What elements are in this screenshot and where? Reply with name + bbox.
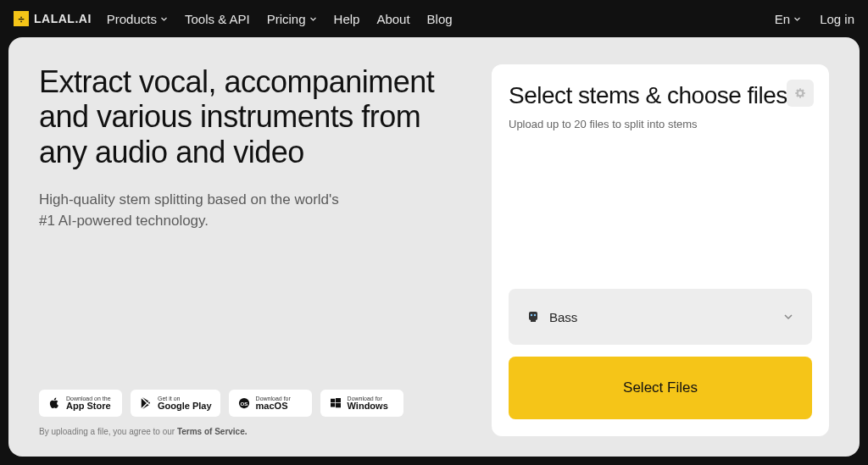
nav-blog-label: Blog xyxy=(427,12,453,26)
nav-about-label: About xyxy=(376,12,409,26)
chevron-down-icon xyxy=(160,15,168,23)
login-label: Log in xyxy=(820,12,854,26)
panel-controls: Bass Select Files xyxy=(509,289,812,419)
macos-icon: OS xyxy=(237,396,251,410)
macos-button[interactable]: OS Download for macOS xyxy=(229,390,312,417)
svg-text:OS: OS xyxy=(240,401,248,407)
svg-point-9 xyxy=(534,314,536,316)
login-link[interactable]: Log in xyxy=(820,12,854,26)
chevron-down-icon xyxy=(782,310,795,324)
nav-products-label: Products xyxy=(107,12,157,26)
hero-title: Extract vocal, accompaniment and various… xyxy=(39,64,466,169)
upload-panel: Select stems & choose files Upload up to… xyxy=(492,64,829,436)
nav-about[interactable]: About xyxy=(376,12,409,26)
select-files-label: Select Files xyxy=(623,379,698,396)
nav-tools[interactable]: Tools & API xyxy=(185,12,250,26)
googleplay-bottom: Google Play xyxy=(158,401,212,411)
main-nav: Products Tools & API Pricing Help About … xyxy=(107,12,453,26)
store-buttons: Download on the App Store Get it on Goog… xyxy=(39,390,466,417)
bass-icon xyxy=(526,309,541,324)
terms-link[interactable]: Terms of Service. xyxy=(177,427,248,436)
svg-rect-5 xyxy=(336,403,341,407)
nav-help-label: Help xyxy=(334,12,360,26)
chevron-down-icon xyxy=(793,15,801,23)
panel-subtitle: Upload up to 20 files to split into stem… xyxy=(509,118,812,130)
topbar-right: En Log in xyxy=(775,12,854,26)
windows-icon xyxy=(329,396,342,410)
topbar: ÷ LALAL.AI Products Tools & API Pricing … xyxy=(0,0,868,37)
brand[interactable]: ÷ LALAL.AI xyxy=(14,11,92,26)
svg-rect-2 xyxy=(331,399,335,403)
svg-rect-4 xyxy=(331,403,335,407)
brand-logo-icon: ÷ xyxy=(14,11,29,26)
appstore-button[interactable]: Download on the App Store xyxy=(39,390,122,417)
apple-icon xyxy=(47,396,61,410)
panel-title: Select stems & choose files xyxy=(509,83,812,109)
hero-subtitle: High-quality stem splitting based on the… xyxy=(39,190,353,231)
main-panel: Extract vocal, accompaniment and various… xyxy=(8,37,860,457)
stem-selected-label: Bass xyxy=(549,310,577,324)
nav-tools-label: Tools & API xyxy=(185,12,250,26)
appstore-bottom: App Store xyxy=(66,401,111,411)
windows-button[interactable]: Download for Windows xyxy=(320,390,403,417)
macos-bottom: macOS xyxy=(256,401,291,411)
nav-help[interactable]: Help xyxy=(334,12,360,26)
nav-pricing[interactable]: Pricing xyxy=(267,12,317,26)
svg-rect-6 xyxy=(529,312,537,320)
svg-rect-3 xyxy=(336,398,341,402)
terms-prefix: By uploading a file, you agree to our xyxy=(39,427,177,436)
chevron-down-icon xyxy=(309,15,317,23)
language-selector[interactable]: En xyxy=(775,12,801,26)
settings-button[interactable] xyxy=(787,80,814,107)
nav-blog[interactable]: Blog xyxy=(427,12,453,26)
nav-pricing-label: Pricing xyxy=(267,12,306,26)
hero-column: Extract vocal, accompaniment and various… xyxy=(39,64,466,436)
hero-footer: Download on the App Store Get it on Goog… xyxy=(39,390,466,436)
language-label: En xyxy=(775,12,790,26)
googleplay-button[interactable]: Get it on Google Play xyxy=(131,390,220,417)
windows-bottom: Windows xyxy=(348,401,388,411)
brand-name: LALAL.AI xyxy=(34,12,92,25)
gear-icon xyxy=(794,87,806,99)
svg-rect-7 xyxy=(531,320,536,322)
svg-point-8 xyxy=(531,314,532,316)
select-files-button[interactable]: Select Files xyxy=(509,357,812,419)
terms-notice: By uploading a file, you agree to our Te… xyxy=(39,427,466,436)
googleplay-icon xyxy=(139,396,153,410)
nav-products[interactable]: Products xyxy=(107,12,168,26)
stem-selector[interactable]: Bass xyxy=(509,289,812,345)
